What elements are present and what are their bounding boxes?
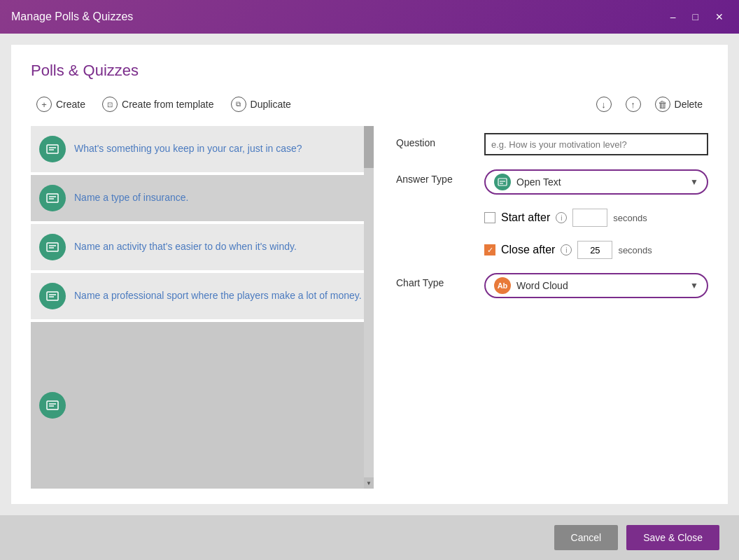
answer-type-field: Open Text ▼ bbox=[484, 169, 708, 195]
duplicate-icon: ⧉ bbox=[231, 97, 246, 112]
word-cloud-icon: Ab bbox=[494, 277, 511, 294]
question-icon-empty bbox=[39, 392, 66, 419]
create-from-template-label: Create from template bbox=[122, 99, 214, 110]
question-icon bbox=[39, 234, 66, 260]
start-after-seconds-label: seconds bbox=[613, 213, 647, 223]
bottom-bar: Cancel Save & Close bbox=[0, 515, 739, 560]
svg-rect-12 bbox=[47, 401, 58, 410]
question-item[interactable]: Name a professional sport where the play… bbox=[31, 273, 374, 319]
create-icon: + bbox=[36, 97, 52, 112]
scroll-down-button[interactable]: ▼ bbox=[364, 477, 374, 489]
template-icon: ⊡ bbox=[102, 97, 118, 112]
page-title: Polls & Quizzes bbox=[31, 62, 708, 80]
create-label: Create bbox=[56, 99, 85, 110]
move-down-button[interactable]: ↓ bbox=[591, 94, 617, 115]
svg-rect-9 bbox=[47, 292, 58, 300]
move-up-button[interactable]: ↑ bbox=[620, 94, 647, 115]
question-icon bbox=[39, 185, 66, 211]
start-after-label: Start after bbox=[501, 211, 550, 224]
answer-type-value: Open Text bbox=[516, 176, 684, 188]
question-field-row: Question bbox=[396, 133, 708, 155]
main-content: Polls & Quizzes + Create ⊡ Create from t… bbox=[11, 45, 728, 504]
answer-type-chevron-icon: ▼ bbox=[690, 177, 698, 187]
question-item[interactable]: Name a type of insurance. bbox=[31, 175, 374, 221]
form-panel: Question Answer Type bbox=[374, 126, 708, 489]
move-down-icon: ↓ bbox=[596, 97, 612, 112]
move-up-icon: ↑ bbox=[626, 97, 641, 112]
chart-type-label: Chart Type bbox=[396, 273, 473, 288]
svg-rect-3 bbox=[47, 194, 58, 202]
close-after-checkbox[interactable] bbox=[484, 244, 495, 255]
start-after-info-icon[interactable]: i bbox=[556, 212, 567, 223]
question-item-empty[interactable] bbox=[31, 322, 374, 489]
cancel-button[interactable]: Cancel bbox=[554, 525, 619, 550]
title-bar: Manage Polls & Quizzes – □ ✕ bbox=[0, 0, 739, 34]
svg-rect-0 bbox=[47, 145, 58, 153]
chart-type-field: Ab Word Cloud ▼ bbox=[484, 273, 708, 298]
close-after-info-icon[interactable]: i bbox=[561, 244, 572, 255]
answer-type-label: Answer Type bbox=[396, 169, 473, 185]
start-after-input[interactable] bbox=[572, 209, 607, 227]
create-button[interactable]: + Create bbox=[31, 94, 91, 115]
question-icon bbox=[39, 283, 66, 309]
toolbar: + Create ⊡ Create from template ⧉ Duplic… bbox=[31, 94, 708, 115]
body-area: What's something you keep in your car, j… bbox=[31, 126, 708, 489]
question-item[interactable]: Name an activity that's easier to do whe… bbox=[31, 224, 374, 270]
maximize-button[interactable]: □ bbox=[689, 10, 703, 23]
question-list: What's something you keep in your car, j… bbox=[31, 126, 374, 489]
window-title: Manage Polls & Quizzes bbox=[11, 10, 133, 23]
close-after-label: Close after bbox=[501, 244, 555, 256]
scrollbar-track: ▲ ▼ bbox=[364, 126, 374, 489]
duplicate-button[interactable]: ⧉ Duplicate bbox=[225, 94, 297, 115]
window-controls: – □ ✕ bbox=[666, 10, 728, 23]
chart-type-row: Chart Type Ab Word Cloud ▼ bbox=[396, 273, 708, 298]
duplicate-label: Duplicate bbox=[251, 99, 291, 110]
close-button[interactable]: ✕ bbox=[711, 10, 728, 23]
scrollbar-thumb[interactable] bbox=[364, 126, 374, 168]
svg-rect-6 bbox=[47, 243, 58, 251]
close-after-checkbox-row: Close after i seconds bbox=[484, 241, 708, 259]
delete-icon: 🗑 bbox=[655, 97, 670, 112]
chart-type-chevron-icon: ▼ bbox=[690, 281, 698, 290]
delete-button[interactable]: 🗑 Delete bbox=[649, 94, 708, 115]
open-text-icon bbox=[494, 174, 511, 190]
question-icon bbox=[39, 136, 66, 162]
save-close-button[interactable]: Save & Close bbox=[626, 525, 719, 550]
start-after-spacer bbox=[396, 209, 473, 213]
chart-type-value: Word Cloud bbox=[516, 280, 684, 291]
answer-type-select[interactable]: Open Text ▼ bbox=[484, 169, 708, 195]
question-input[interactable] bbox=[484, 133, 708, 155]
question-item[interactable]: What's something you keep in your car, j… bbox=[31, 126, 374, 172]
start-after-row: Start after i seconds bbox=[396, 209, 708, 227]
close-after-seconds-label: seconds bbox=[618, 245, 652, 255]
minimize-button[interactable]: – bbox=[666, 10, 680, 23]
start-after-checkbox[interactable] bbox=[484, 212, 495, 223]
close-after-spacer bbox=[396, 241, 473, 245]
delete-label: Delete bbox=[675, 99, 703, 110]
question-field bbox=[484, 133, 708, 155]
answer-type-row: Answer Type Open Text ▼ bbox=[396, 169, 708, 195]
close-after-input[interactable] bbox=[577, 241, 612, 259]
question-text: What's something you keep in your car, j… bbox=[74, 142, 365, 156]
start-after-checkbox-row: Start after i seconds bbox=[484, 209, 708, 227]
toolbar-right-actions: ↓ ↑ 🗑 Delete bbox=[591, 94, 708, 115]
question-list-panel: What's something you keep in your car, j… bbox=[31, 126, 374, 489]
question-text: Name a type of insurance. bbox=[74, 191, 365, 205]
start-after-field: Start after i seconds bbox=[484, 209, 708, 227]
question-text: Name a professional sport where the play… bbox=[74, 289, 365, 303]
close-after-row: Close after i seconds bbox=[396, 241, 708, 259]
chart-type-select[interactable]: Ab Word Cloud ▼ bbox=[484, 273, 708, 298]
svg-rect-15 bbox=[498, 178, 507, 186]
close-after-field: Close after i seconds bbox=[484, 241, 708, 259]
create-from-template-button[interactable]: ⊡ Create from template bbox=[97, 94, 220, 115]
question-label: Question bbox=[396, 133, 473, 148]
question-text: Name an activity that's easier to do whe… bbox=[74, 240, 365, 254]
